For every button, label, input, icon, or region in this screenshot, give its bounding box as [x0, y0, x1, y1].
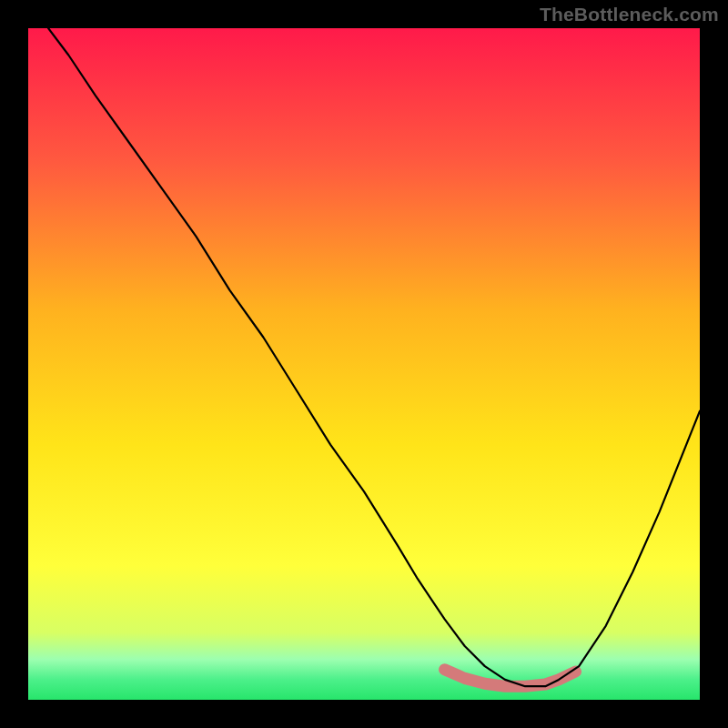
bottleneck-curve [48, 28, 700, 686]
chart-frame: TheBottleneck.com [0, 0, 728, 728]
watermark-text: TheBottleneck.com [540, 4, 719, 25]
optimal-zone-highlight [445, 670, 576, 686]
curve-overlay [28, 28, 700, 700]
plot-area [28, 28, 700, 700]
